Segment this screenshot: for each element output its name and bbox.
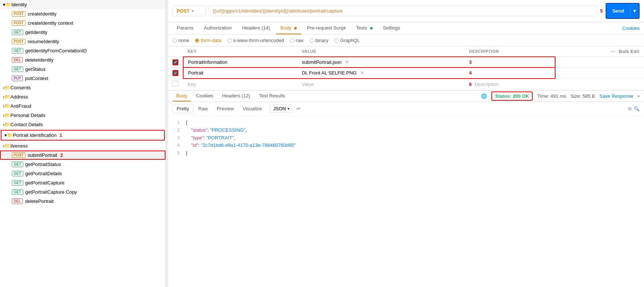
sidebar-group-label: AntiFraud [10, 103, 31, 109]
sidebar-item-identity[interactable]: ▾ 📁 Identity [0, 0, 166, 9]
row1-remove-button[interactable]: ✕ [345, 59, 349, 65]
wrap-icon[interactable]: ⇌ [296, 106, 300, 111]
radio-raw[interactable]: raw [290, 38, 304, 43]
empty-value[interactable]: Value [297, 79, 465, 90]
table-row-empty: Key Value 6 Description [168, 79, 644, 90]
sidebar-item-getIdentityFromCorrelationID[interactable]: GET getIdentityFromCorrelationID [0, 46, 166, 55]
json-response-body: 1 { 2 "status": "PROCESSING", 3 "type": … [168, 116, 644, 287]
radio-circle [310, 38, 314, 43]
sidebar-item-resumeIdentity[interactable]: POST resumeIdentity [0, 37, 166, 46]
response-tab-testresults[interactable]: Test Results [255, 91, 289, 101]
sidebar-group-label: Portrait Identification [13, 132, 57, 138]
sidebar-item-address[interactable]: › 📁 Address [0, 92, 166, 101]
sidebar-item-getPortraitStatus[interactable]: GET getPortraitStatus [0, 160, 166, 169]
row2-value[interactable]: DL Front AL SELFIE.PNG ✕ [297, 68, 465, 79]
sidebar-item-consents[interactable]: › 📁 Consents [0, 83, 166, 92]
row1-description[interactable]: 3 [465, 57, 556, 68]
row2-key[interactable]: Portrait [183, 68, 297, 79]
response-tab-body[interactable]: Body [173, 91, 191, 101]
tab-settings[interactable]: Settings [379, 22, 405, 34]
sidebar-item-createIdentity[interactable]: POST createIdentity [0, 9, 166, 18]
url-input[interactable] [209, 6, 597, 16]
save-response-button[interactable]: Save Response [599, 93, 633, 99]
row2-description[interactable]: 4 [465, 68, 556, 79]
sidebar-item-getPortraitCapture[interactable]: GET getPortraitCapture [0, 178, 166, 187]
method-badge-get: GET [12, 189, 23, 195]
tab-headers[interactable]: Headers (14) [238, 22, 275, 34]
radio-graphql[interactable]: GraphQL [334, 38, 360, 43]
send-dropdown-arrow[interactable]: ▾ [630, 6, 639, 16]
json-content: "id": "2c7d1bd6-d9a1-4170-a13e-788460760… [186, 142, 296, 149]
empty-key[interactable]: Key [183, 79, 297, 90]
tab-prerequest[interactable]: Pre-request Script [303, 22, 350, 34]
sidebar-item-createIdentityContext[interactable]: POST createIdentity context [0, 18, 166, 28]
view-tab-preview[interactable]: Preview [213, 104, 237, 113]
sidebar-item-getPortraitDetails[interactable]: GET getPortraitDetails [0, 169, 166, 178]
tab-authorization[interactable]: Authorization [199, 22, 236, 34]
radio-circle-selected [195, 38, 199, 43]
sidebar-item-label: getPortraitStatus [25, 162, 61, 167]
line-number: 1 [173, 119, 180, 127]
row1-extra [555, 57, 644, 68]
sidebar-item-deleteIdentity[interactable]: DEL deleteIdentity [0, 55, 166, 65]
row2-remove-button[interactable]: ✕ [360, 70, 364, 76]
sidebar-item-getStatus[interactable]: GET getStatus [0, 65, 166, 74]
radio-binary[interactable]: binary [310, 38, 328, 43]
th-more: ··· Bulk Edit [555, 46, 644, 57]
view-tabs: Pretty Raw Preview Visualize JSON ▾ ⇌ ⧉ … [168, 102, 644, 116]
radio-none[interactable]: none [173, 38, 189, 43]
sidebar-group-label: Identity [11, 2, 27, 7]
annotation-1: 1 [60, 132, 62, 138]
line-number: 4 [173, 142, 180, 149]
response-tab-headers[interactable]: Headers (12) [219, 91, 254, 101]
method-badge-get: GET [12, 66, 23, 72]
radio-circle [227, 38, 232, 43]
more-options-icon[interactable]: ··· [611, 49, 615, 54]
sidebar-item-submitPortrait[interactable]: POST submitPortrait 2 [0, 151, 166, 160]
tab-tests[interactable]: Tests [352, 22, 377, 34]
globe-icon[interactable]: 🌐 [481, 93, 487, 99]
response-tab-cookies[interactable]: Cookies [192, 91, 217, 101]
send-button[interactable]: Send ▾ [606, 3, 640, 19]
view-tab-visualize[interactable]: Visualize [239, 104, 265, 113]
view-tab-raw[interactable]: Raw [195, 104, 212, 113]
view-tab-pretty[interactable]: Pretty [173, 104, 193, 113]
sidebar-item-personaldetails[interactable]: › 📁 Personal Details [0, 111, 166, 120]
sidebar-item-putContext[interactable]: PUT putContext [0, 74, 166, 83]
cookies-link[interactable]: Cookies [622, 25, 640, 31]
sidebar-item-contactdetails[interactable]: › 📁 Contact Details [0, 120, 166, 129]
sidebar-item-liveness[interactable]: › 📁 liveness [0, 141, 166, 151]
radio-circle [173, 38, 177, 43]
th-checkbox [168, 46, 183, 57]
empty-description[interactable]: 6 Description [465, 79, 556, 90]
radio-urlencoded[interactable]: x-www-form-urlencoded [227, 38, 284, 43]
sidebar-item-label: getPortraitDetails [25, 171, 62, 176]
row1-value[interactable]: submitPortrait.json ✕ [297, 57, 465, 68]
bulk-edit-label[interactable]: Bulk Edit [619, 49, 640, 54]
row2-value-text: DL Front AL SELFIE.PNG [302, 70, 357, 76]
table-row: ✓ PortraitInformation submitPortrait.jso… [168, 57, 644, 68]
tab-params[interactable]: Params [173, 22, 198, 34]
json-line-1: 1 { [173, 119, 640, 127]
json-format-label: JSON [273, 106, 286, 111]
sidebar-item-label: createIdentity context [28, 20, 73, 26]
request-tabs: Params Authorization Headers (14) Body P… [168, 22, 644, 35]
sidebar-item-getPortraitCaptureCopy[interactable]: GET getPortraitCapture Copy [0, 187, 166, 197]
row1-key[interactable]: PortraitInformation [183, 57, 297, 68]
sidebar-item-portraitid[interactable]: ▾ 📁 Portrait Identification 1 [1, 130, 165, 141]
save-response-dropdown[interactable]: ▾ [638, 94, 640, 98]
json-line-2: 2 "status": "PROCESSING", [173, 127, 640, 134]
method-select[interactable]: POST ▾ [173, 6, 206, 16]
sidebar-item-deletePortrait[interactable]: DEL deletePortrait [0, 197, 166, 206]
method-badge-post: POST [12, 20, 25, 26]
sidebar-item-antifraud[interactable]: › 📁 AntiFraud [0, 101, 166, 111]
sidebar-item-getIdentity[interactable]: GET getIdentity [0, 28, 166, 37]
search-icon[interactable]: 🔍 [634, 106, 640, 111]
radio-formdata-label: form-data [201, 38, 222, 43]
json-format-select[interactable]: JSON ▾ [270, 104, 293, 113]
copy-icon[interactable]: ⧉ [628, 106, 631, 112]
response-icons: ⧉ 🔍 [628, 106, 640, 112]
radio-formdata[interactable]: form-data [195, 38, 222, 43]
method-badge-del: DEL [12, 198, 23, 204]
tab-body[interactable]: Body [276, 22, 301, 34]
